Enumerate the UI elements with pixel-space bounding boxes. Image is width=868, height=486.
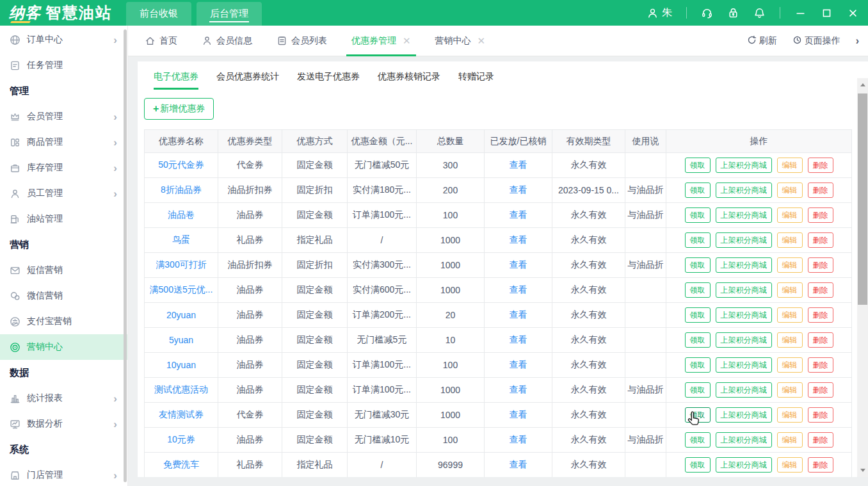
delete-button[interactable]: 删除: [808, 332, 833, 348]
maximize-button[interactable]: [821, 7, 833, 19]
edit-button[interactable]: 编辑: [777, 257, 803, 273]
tab-marketing-center[interactable]: 营销中心✕: [435, 26, 486, 56]
coupon-name-link[interactable]: 20yuan: [166, 310, 196, 320]
view-link[interactable]: 查看: [510, 384, 527, 394]
edit-button[interactable]: 编辑: [777, 182, 803, 198]
view-link[interactable]: 查看: [510, 309, 527, 320]
coupon-name-link[interactable]: 免费洗车: [163, 459, 199, 469]
chevron-right-icon[interactable]: ›: [856, 35, 859, 47]
delete-button[interactable]: 删除: [808, 457, 833, 473]
shelf-points-mall-button[interactable]: 上架积分商城: [716, 207, 772, 223]
edit-button[interactable]: 编辑: [777, 307, 803, 323]
shelf-points-mall-button[interactable]: 上架积分商城: [716, 357, 772, 373]
shelf-points-mall-button[interactable]: 上架积分商城: [716, 407, 772, 423]
subtab-4[interactable]: 转赠记录: [458, 71, 494, 90]
view-link[interactable]: 查看: [510, 259, 527, 270]
view-link[interactable]: 查看: [510, 209, 527, 220]
claim-button[interactable]: 领取: [685, 307, 711, 323]
sidebar-item-station-mgmt[interactable]: 油站管理: [0, 206, 127, 232]
sidebar-item-task-mgmt[interactable]: 任务管理: [0, 53, 127, 78]
coupon-name-link[interactable]: 50元代金券: [158, 159, 204, 170]
claim-button[interactable]: 领取: [685, 257, 711, 273]
view-link[interactable]: 查看: [510, 459, 527, 469]
delete-button[interactable]: 删除: [808, 257, 833, 273]
delete-button[interactable]: 删除: [808, 307, 833, 323]
sidebar-item-wechat-marketing[interactable]: 微信营销: [0, 283, 127, 309]
tab-close-icon[interactable]: ✕: [403, 35, 411, 47]
edit-button[interactable]: 编辑: [777, 282, 803, 298]
claim-button[interactable]: 领取: [685, 207, 711, 223]
view-link[interactable]: 查看: [510, 184, 527, 195]
delete-button[interactable]: 删除: [808, 182, 833, 198]
close-window-button[interactable]: [847, 7, 859, 19]
view-link[interactable]: 查看: [510, 159, 527, 170]
scrollbar-thumb[interactable]: [858, 93, 867, 305]
coupon-name-link[interactable]: 友情测试券: [159, 409, 204, 419]
coupon-name-link[interactable]: 鸟蛋: [172, 234, 190, 245]
tab-member-info[interactable]: 会员信息: [202, 26, 252, 56]
edit-button[interactable]: 编辑: [777, 158, 803, 173]
sidebar-item-member-mgmt[interactable]: 会员管理›: [0, 104, 127, 129]
subtab-0[interactable]: 电子优惠券: [154, 71, 198, 90]
coupon-name-link[interactable]: 10yuan: [166, 360, 196, 370]
scroll-down-button[interactable]: [857, 465, 868, 476]
claim-button[interactable]: 领取: [685, 457, 711, 473]
delete-button[interactable]: 删除: [808, 207, 833, 223]
view-link[interactable]: 查看: [510, 284, 527, 295]
vertical-scrollbar[interactable]: [857, 78, 868, 477]
refresh-button[interactable]: 刷新: [747, 35, 777, 47]
lock-screen-button[interactable]: [727, 7, 739, 19]
edit-button[interactable]: 编辑: [777, 357, 803, 373]
delete-button[interactable]: 删除: [808, 382, 833, 398]
edit-button[interactable]: 编辑: [777, 407, 803, 423]
coupon-name-link[interactable]: 10元券: [167, 434, 195, 444]
claim-button[interactable]: 领取: [685, 182, 711, 198]
subtab-2[interactable]: 发送电子优惠券: [297, 71, 360, 90]
claim-button[interactable]: 领取: [685, 407, 711, 423]
shelf-points-mall-button[interactable]: 上架积分商城: [716, 282, 772, 298]
edit-button[interactable]: 编辑: [777, 457, 803, 473]
delete-button[interactable]: 删除: [808, 432, 833, 448]
top-nav-backend-admin[interactable]: 后台管理: [197, 2, 262, 26]
edit-button[interactable]: 编辑: [777, 207, 803, 223]
minimize-button[interactable]: [794, 7, 807, 19]
sidebar-item-alipay-marketing[interactable]: 支付宝营销: [0, 309, 127, 334]
view-link[interactable]: 查看: [510, 409, 527, 419]
shelf-points-mall-button[interactable]: 上架积分商城: [716, 457, 772, 473]
coupon-name-link[interactable]: 5yuan: [169, 335, 193, 345]
edit-button[interactable]: 编辑: [777, 382, 803, 398]
sidebar-item-sms-marketing[interactable]: 短信营销: [0, 257, 127, 283]
delete-button[interactable]: 删除: [808, 282, 833, 298]
tab-coupon-mgmt[interactable]: 优惠券管理✕: [351, 26, 411, 56]
claim-button[interactable]: 领取: [685, 232, 711, 248]
claim-button[interactable]: 领取: [685, 357, 711, 373]
sidebar-item-inventory-mgmt[interactable]: 库存管理›: [0, 155, 127, 181]
view-link[interactable]: 查看: [510, 434, 527, 444]
notifications-button[interactable]: [753, 7, 766, 19]
tab-close-icon[interactable]: ✕: [478, 35, 486, 47]
sidebar-item-store-mgmt[interactable]: 门店管理›: [0, 462, 127, 486]
coupon-name-link[interactable]: 油品卷: [168, 209, 195, 220]
edit-button[interactable]: 编辑: [777, 232, 803, 248]
claim-button[interactable]: 领取: [685, 382, 711, 398]
user-menu[interactable]: 朱: [647, 6, 672, 20]
subtab-1[interactable]: 会员优惠券统计: [216, 71, 279, 90]
support-button[interactable]: [701, 7, 713, 19]
tab-home[interactable]: 首页: [145, 26, 177, 56]
claim-button[interactable]: 领取: [685, 158, 711, 173]
tab-member-list[interactable]: 会员列表: [277, 26, 327, 56]
top-nav-front-cashier[interactable]: 前台收银: [126, 2, 191, 26]
subtab-3[interactable]: 优惠券核销记录: [378, 71, 440, 90]
shelf-points-mall-button[interactable]: 上架积分商城: [716, 307, 772, 323]
delete-button[interactable]: 删除: [808, 232, 833, 248]
sidebar-scrollbar[interactable]: [124, 29, 127, 482]
sidebar-item-data-analysis[interactable]: 数据分析›: [0, 411, 127, 437]
view-link[interactable]: 查看: [510, 359, 527, 369]
view-link[interactable]: 查看: [510, 334, 527, 344]
coupon-name-link[interactable]: 满300可打折: [156, 259, 206, 270]
coupon-name-link[interactable]: 满500送5元优...: [150, 284, 213, 295]
coupon-name-link[interactable]: 8折油品券: [161, 184, 202, 195]
shelf-points-mall-button[interactable]: 上架积分商城: [716, 382, 772, 398]
sidebar-item-order-center[interactable]: 订单中心›: [0, 27, 127, 53]
edit-button[interactable]: 编辑: [777, 432, 803, 448]
